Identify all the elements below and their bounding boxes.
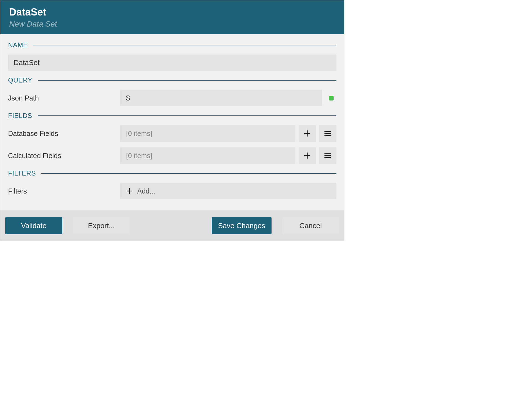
name-input[interactable] <box>8 55 336 71</box>
query-section-label: QUERY <box>8 76 32 84</box>
database-fields-label: Database Fields <box>8 130 117 138</box>
filters-label: Filters <box>8 187 117 195</box>
section-divider <box>38 115 336 116</box>
section-divider <box>38 80 336 81</box>
filters-section-header: FILTERS <box>8 169 336 177</box>
json-path-row: Json Path <box>8 90 336 106</box>
menu-icon <box>324 130 331 137</box>
calculated-fields-menu-button[interactable] <box>319 147 336 164</box>
section-divider <box>41 173 336 174</box>
dialog-content: NAME QUERY Json Path FIELDS <box>0 34 344 210</box>
plus-icon <box>126 188 133 194</box>
json-path-label: Json Path <box>8 94 117 102</box>
fields-section: FIELDS Database Fields [0 items] <box>8 112 336 164</box>
database-fields-add-button[interactable] <box>299 125 316 142</box>
query-section-header: QUERY <box>8 76 336 84</box>
cancel-button[interactable]: Cancel <box>282 217 339 234</box>
name-section-label: NAME <box>8 41 28 49</box>
dataset-dialog: DataSet New Data Set NAME QUERY Json Pat… <box>0 0 344 241</box>
header-title: DataSet <box>9 6 335 18</box>
database-fields-row: Database Fields [0 items] <box>8 125 336 142</box>
dialog-footer: Validate Export... Save Changes Cancel <box>0 210 344 241</box>
plus-icon <box>304 130 311 137</box>
section-divider <box>33 45 336 45</box>
calculated-fields-add-button[interactable] <box>299 147 316 164</box>
calculated-fields-row: Calculated Fields [0 items] <box>8 147 336 164</box>
calculated-fields-label: Calculated Fields <box>8 152 117 160</box>
name-section: NAME <box>8 41 336 71</box>
save-changes-button[interactable]: Save Changes <box>212 217 272 234</box>
query-section: QUERY Json Path <box>8 76 336 106</box>
calculated-fields-box[interactable]: [0 items] <box>120 147 295 164</box>
fields-section-header: FIELDS <box>8 112 336 120</box>
database-fields-box[interactable]: [0 items] <box>120 125 295 142</box>
calculated-fields-value: [0 items] <box>126 152 152 160</box>
validation-status-indicator <box>329 96 334 101</box>
filters-section: FILTERS Filters Add... <box>8 169 336 199</box>
filters-add-button[interactable]: Add... <box>120 183 336 199</box>
validate-button[interactable]: Validate <box>5 217 62 234</box>
filters-section-label: FILTERS <box>8 169 36 177</box>
filters-row: Filters Add... <box>8 183 336 199</box>
json-path-input[interactable] <box>120 90 322 106</box>
filters-add-label: Add... <box>137 187 155 195</box>
database-fields-menu-button[interactable] <box>319 125 336 142</box>
export-button[interactable]: Export... <box>73 217 130 234</box>
fields-section-label: FIELDS <box>8 112 32 120</box>
plus-icon <box>304 152 311 159</box>
database-fields-value: [0 items] <box>126 130 152 138</box>
menu-icon <box>324 152 331 159</box>
name-section-header: NAME <box>8 41 336 49</box>
dialog-header: DataSet New Data Set <box>0 0 344 34</box>
header-subtitle: New Data Set <box>9 20 335 29</box>
